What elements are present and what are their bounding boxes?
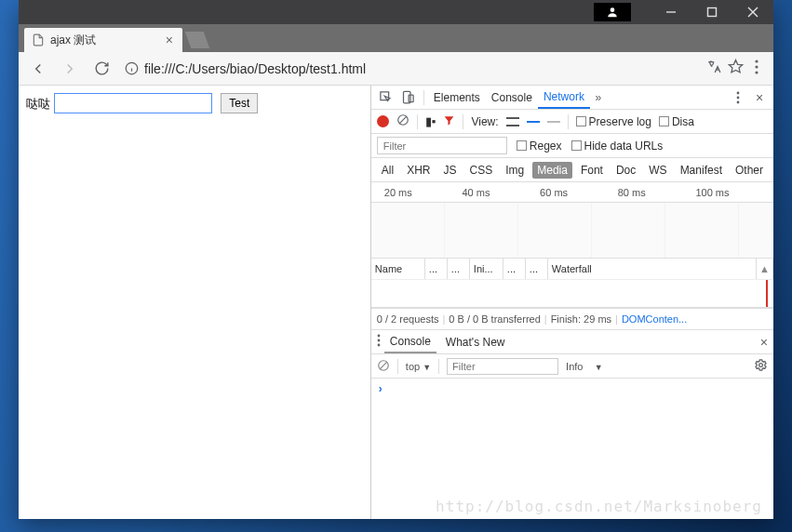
timeline-overview[interactable] — [371, 203, 773, 259]
devtools-menu-icon[interactable] — [727, 86, 749, 109]
info-icon[interactable] — [125, 61, 139, 75]
console-toolbar: top ▼ Info ▼ — [371, 354, 773, 379]
overview-icon[interactable] — [527, 121, 540, 123]
tab-strip: ajax 测试 × — [19, 24, 773, 52]
more-tabs-icon[interactable]: » — [590, 91, 607, 104]
divider — [397, 359, 398, 374]
forward-button[interactable] — [56, 55, 84, 83]
col-initiator[interactable]: Ini... — [470, 259, 503, 279]
svg-point-15 — [737, 91, 740, 94]
svg-point-25 — [759, 364, 763, 367]
new-tab-button[interactable] — [185, 32, 210, 48]
sort-icon[interactable]: ▲ — [757, 259, 773, 279]
svg-point-11 — [755, 71, 758, 73]
type-img[interactable]: Img — [501, 162, 529, 179]
star-icon[interactable] — [728, 59, 744, 78]
divider — [463, 114, 463, 129]
svg-point-16 — [737, 96, 740, 99]
load-marker — [766, 280, 768, 307]
col-waterfall[interactable]: Waterfall — [548, 259, 757, 279]
menu-icon[interactable] — [749, 60, 764, 78]
console-level[interactable]: Info ▼ — [566, 361, 603, 372]
tab-elements[interactable]: Elements — [428, 86, 486, 109]
drawer-tab-whatsnew[interactable]: What's New — [440, 330, 511, 353]
svg-point-0 — [611, 7, 615, 12]
group-icon[interactable] — [547, 121, 560, 123]
close-window-button[interactable] — [732, 0, 773, 24]
type-js[interactable]: JS — [439, 162, 462, 179]
devtools-close-icon[interactable]: × — [749, 90, 770, 105]
type-all[interactable]: All — [377, 162, 398, 179]
type-css[interactable]: CSS — [465, 162, 498, 179]
type-ws[interactable]: WS — [644, 162, 671, 179]
svg-marker-8 — [729, 60, 742, 72]
close-tab-icon[interactable]: × — [166, 33, 173, 47]
status-domcontent: DOMConten... — [622, 313, 687, 325]
type-font[interactable]: Font — [576, 162, 608, 179]
svg-point-22 — [377, 344, 380, 347]
timeline-ruler: 20 ms 40 ms 60 ms 80 ms 100 ms — [371, 182, 773, 203]
tab-network[interactable]: Network — [538, 86, 590, 109]
console-filter-input[interactable] — [447, 358, 558, 375]
file-icon — [32, 33, 45, 47]
tab-console[interactable]: Console — [486, 86, 538, 109]
network-filter-input[interactable] — [377, 137, 507, 154]
status-requests: 0 / 2 requests — [377, 313, 439, 325]
test-button[interactable]: Test — [221, 93, 258, 113]
type-xhr[interactable]: XHR — [402, 162, 435, 179]
divider — [568, 114, 569, 129]
col-time[interactable]: ... — [526, 259, 548, 279]
network-type-bar: All XHR JS CSS Img Media Font Doc WS Man… — [371, 158, 773, 182]
preserve-log-checkbox[interactable]: Preserve log — [576, 115, 651, 128]
record-icon[interactable] — [377, 115, 389, 127]
text-input[interactable] — [54, 93, 212, 113]
drawer-tabbar: Console What's New × — [371, 330, 773, 354]
console-clear-icon[interactable] — [377, 359, 390, 374]
browser-tab[interactable]: ajax 测试 × — [24, 28, 182, 52]
devtools: Elements Console Network » × ▮▪ View: — [370, 86, 773, 519]
svg-point-17 — [737, 100, 740, 103]
network-table: Name ... ... Ini... ... ... Waterfall ▲ — [371, 259, 773, 308]
svg-line-24 — [380, 361, 387, 368]
type-doc[interactable]: Doc — [611, 162, 640, 179]
page-label: 哒哒 — [26, 97, 50, 111]
disable-cache-checkbox[interactable]: Disa — [659, 115, 694, 128]
type-manifest[interactable]: Manifest — [676, 162, 727, 179]
translate-icon[interactable] — [706, 59, 722, 78]
status-transferred: 0 B / 0 B transferred — [449, 313, 540, 325]
drawer-menu-icon[interactable] — [377, 334, 381, 350]
network-toolbar: ▮▪ View: Preserve log Disa — [371, 110, 773, 134]
back-button[interactable] — [24, 55, 52, 83]
type-other[interactable]: Other — [731, 162, 768, 179]
col-name[interactable]: Name — [371, 259, 425, 279]
table-body — [371, 279, 773, 307]
screenshot-icon[interactable]: ▮▪ — [425, 114, 436, 128]
address-bar[interactable]: file:///C:/Users/biao/Desktop/test1.html — [119, 56, 703, 82]
reload-button[interactable] — [87, 55, 115, 83]
inspect-icon[interactable] — [375, 86, 397, 109]
drawer-tab-console[interactable]: Console — [384, 330, 436, 353]
clear-icon[interactable] — [396, 113, 409, 129]
console-context[interactable]: top ▼ — [406, 361, 431, 372]
type-media[interactable]: Media — [532, 162, 572, 179]
regex-checkbox[interactable]: Regex — [517, 140, 562, 153]
col-status[interactable]: ... — [425, 259, 448, 279]
divider — [438, 359, 439, 374]
col-size[interactable]: ... — [503, 259, 526, 279]
drawer-close-icon[interactable]: × — [760, 335, 768, 350]
watermark: http://blog.csdn.net/Marksinoberg — [436, 498, 762, 515]
svg-point-9 — [755, 60, 758, 62]
large-rows-icon[interactable] — [506, 117, 519, 126]
device-icon[interactable] — [397, 86, 420, 109]
minimize-button[interactable] — [651, 0, 691, 24]
profile-button[interactable] — [594, 3, 631, 21]
status-finish: Finish: 29 ms — [551, 313, 611, 325]
svg-point-10 — [755, 65, 758, 68]
tab-title: ajax 测试 — [50, 33, 96, 48]
maximize-button[interactable] — [691, 0, 732, 24]
hide-data-urls-checkbox[interactable]: Hide data URLs — [571, 140, 664, 153]
toolbar: file:///C:/Users/biao/Desktop/test1.html — [19, 52, 773, 86]
col-type[interactable]: ... — [448, 259, 470, 279]
console-settings-icon[interactable] — [754, 358, 768, 374]
filter-toggle-icon[interactable] — [443, 114, 455, 129]
